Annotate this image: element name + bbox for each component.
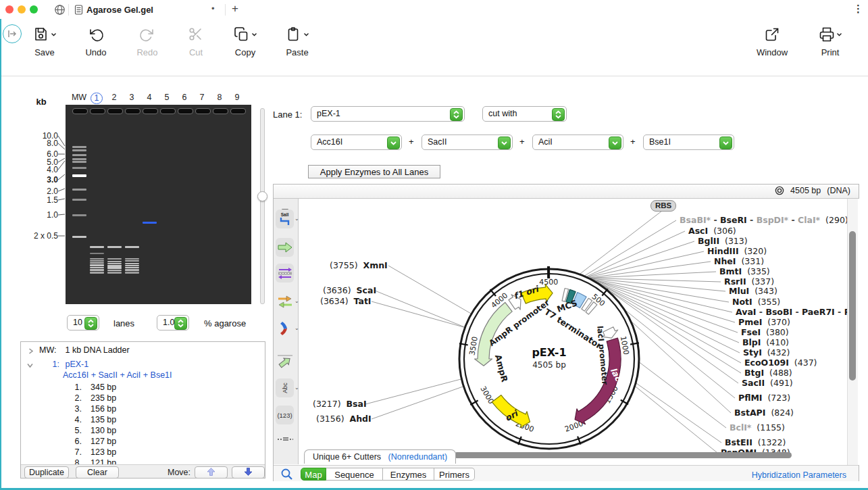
zoom-window-button[interactable] — [30, 5, 38, 14]
copy-button[interactable]: Copy — [220, 24, 271, 72]
apply-enzymes-button[interactable]: Apply Enzymes to All Lanes — [308, 165, 440, 178]
enzyme-site-label[interactable]: (3156) AhdI — [316, 414, 372, 424]
enzyme-site-label[interactable]: BmtI (335) — [719, 266, 770, 276]
enzyme-dropdown-AciI[interactable]: AciI — [532, 134, 623, 150]
fragment-row[interactable]: 3.156 bp — [68, 404, 116, 414]
view-tab-map[interactable]: Map — [301, 468, 326, 481]
lane1-template-dropdown[interactable]: pEX-1 — [311, 106, 465, 122]
enzyme-site-label[interactable]: MluI (343) — [729, 286, 777, 296]
show-enzymes-button[interactable]: SalI — [276, 210, 294, 228]
lane-header-5[interactable]: 5 — [158, 93, 176, 102]
enzyme-site-label[interactable]: (3217) BsaI — [313, 399, 367, 409]
enzyme-site-label[interactable]: AscI (306) — [688, 226, 736, 236]
show-primers-button[interactable] — [276, 264, 294, 283]
fragment-row[interactable]: 4.135 bp — [68, 415, 116, 424]
hscroll-thumb[interactable] — [454, 452, 792, 458]
position-labels-button[interactable]: (123) — [276, 406, 294, 424]
enzyme-site-label[interactable]: PmeI (370) — [738, 317, 790, 327]
enzyme-site-label[interactable]: RsrII (337) — [724, 276, 774, 287]
move-down-button[interactable] — [232, 466, 265, 479]
lane-header-8[interactable]: 8 — [211, 93, 228, 102]
move-up-button[interactable] — [195, 466, 228, 479]
annotate-feature-button[interactable] — [276, 353, 294, 372]
map-vertical-scrollbar[interactable] — [847, 199, 858, 465]
map-horizontal-scrollbar[interactable] — [451, 451, 850, 460]
enzyme-dropdown-SacII[interactable]: SacII — [422, 134, 513, 150]
stepper-buttons-icon[interactable] — [174, 317, 187, 330]
lane-header-3[interactable]: 3 — [123, 93, 141, 102]
print-button[interactable]: Print — [805, 24, 856, 72]
lane-header-2[interactable]: 2 — [105, 93, 123, 102]
window-button[interactable]: Window — [746, 24, 798, 72]
tab-document-title[interactable]: Agarose Gel.gel — [86, 5, 153, 15]
list-item-mw-ladder[interactable]: MW: 1 kb DNA Ladder — [39, 345, 130, 355]
view-tab-enzymes[interactable]: Enzymes — [383, 468, 434, 481]
fragment-row[interactable]: 6.127 bp — [68, 437, 116, 446]
expand-sidebar-button[interactable] — [3, 24, 22, 43]
enzyme-site-label[interactable]: EcoO109I (437) — [744, 358, 817, 368]
lane-header-7[interactable]: 7 — [193, 93, 211, 102]
fragment-row[interactable]: 2.235 bp — [68, 393, 116, 403]
search-icon[interactable] — [280, 468, 293, 481]
nonredundant-link[interactable]: (Nonredundant) — [388, 452, 448, 462]
hybridization-parameters-link[interactable]: Hybridization Parameters — [752, 470, 846, 480]
enzyme-dropdown-Acc16I[interactable]: Acc16I — [311, 134, 402, 150]
view-tab-primers[interactable]: Primers — [434, 468, 475, 481]
enzyme-site-label[interactable]: (3755) XmnI — [330, 260, 388, 270]
close-window-button[interactable] — [5, 5, 14, 14]
new-tab-button[interactable]: + — [232, 2, 238, 16]
enzyme-site-label[interactable]: BstEII (1322) — [725, 437, 786, 447]
enzyme-site-label[interactable]: (3634) TatI — [320, 296, 372, 306]
show-orfs-button[interactable] — [276, 292, 294, 311]
minimize-window-button[interactable] — [18, 5, 26, 14]
clear-button[interactable]: Clear — [76, 466, 119, 479]
gel-zoom-slider-track[interactable] — [260, 108, 265, 304]
fragment-row[interactable]: 5.130 bp — [68, 426, 116, 435]
chevron-down-icon[interactable] — [27, 362, 33, 368]
stepper-buttons-icon[interactable] — [84, 317, 97, 330]
show-features-button[interactable] — [276, 238, 294, 257]
lane-header-1[interactable]: 1 — [88, 93, 105, 104]
lane1-enzymes-line[interactable]: Acc16I + SacII + AciI + Bse1I — [63, 370, 172, 380]
chevron-right-icon[interactable] — [28, 348, 34, 354]
duplicate-button[interactable]: Duplicate — [24, 466, 69, 479]
enzyme-site-label[interactable]: HindIII (320) — [707, 246, 767, 256]
fragment-row[interactable]: 1.345 bp — [68, 383, 116, 392]
enzyme-site-label[interactable]: AvaI - BsoBI - PaeR7I - Ps — [736, 307, 855, 317]
lane-header-6[interactable]: 6 — [176, 93, 193, 102]
enzyme-site-label[interactable]: NheI (331) — [714, 256, 764, 266]
vscroll-thumb[interactable] — [849, 231, 856, 381]
fragment-row[interactable]: 7.123 bp — [68, 447, 116, 457]
text-labels-button[interactable]: Abc — [276, 378, 294, 397]
enzyme-site-label[interactable]: (3636) ScaI — [323, 285, 376, 295]
enzyme-site-label[interactable]: BlpI (410) — [742, 337, 789, 347]
enzyme-site-label[interactable]: BclI* (1155) — [730, 422, 785, 433]
lanes-stepper[interactable]: 10 — [67, 315, 99, 330]
save-button[interactable]: Save — [19, 24, 70, 72]
enzyme-site-label[interactable]: BsaBI* - BseRI - BspDI* - ClaI* (290) — [680, 215, 848, 225]
paste-button[interactable]: Paste — [272, 24, 323, 72]
enzyme-site-label[interactable]: SacII (491) — [742, 378, 793, 388]
highlighted-band[interactable] — [143, 222, 157, 224]
enzyme-site-label[interactable]: BtgI (488) — [744, 368, 792, 378]
list-item-lane1-sample[interactable]: 1: pEX-1 — [39, 360, 88, 369]
cutters-filter-tab[interactable]: Unique 6+ Cutters (Nonredundant) — [304, 449, 456, 464]
cut-with-dropdown[interactable]: cut with — [482, 106, 567, 122]
overflow-menu-button[interactable]: ⋮ — [853, 3, 863, 15]
enzyme-site-label[interactable]: PflMI (723) — [738, 393, 790, 403]
enzyme-site-label[interactable]: BstAPI (824) — [734, 408, 794, 418]
lane-header-MW[interactable]: MW — [70, 93, 88, 102]
enzyme-site-label[interactable]: StyI (432) — [743, 347, 790, 358]
agarose-stepper[interactable]: 1.0 — [157, 315, 189, 330]
view-tab-sequence[interactable]: Sequence — [326, 468, 383, 481]
enzyme-site-label[interactable]: BglII (313) — [698, 236, 748, 246]
enzyme-site-label[interactable]: FseI (380) — [741, 327, 789, 337]
undo-button[interactable]: Undo — [70, 24, 122, 72]
tick-marks-button[interactable] — [276, 431, 294, 450]
lane-header-9[interactable]: 9 — [228, 93, 246, 102]
enzyme-site-label[interactable]: NotI (355) — [732, 297, 780, 307]
enzyme-dropdown-Bse1I[interactable]: Bse1I — [643, 134, 734, 150]
lane-header-4[interactable]: 4 — [141, 93, 158, 102]
show-gc-content-button[interactable] — [276, 319, 294, 338]
gel-zoom-slider-thumb[interactable] — [257, 191, 267, 201]
